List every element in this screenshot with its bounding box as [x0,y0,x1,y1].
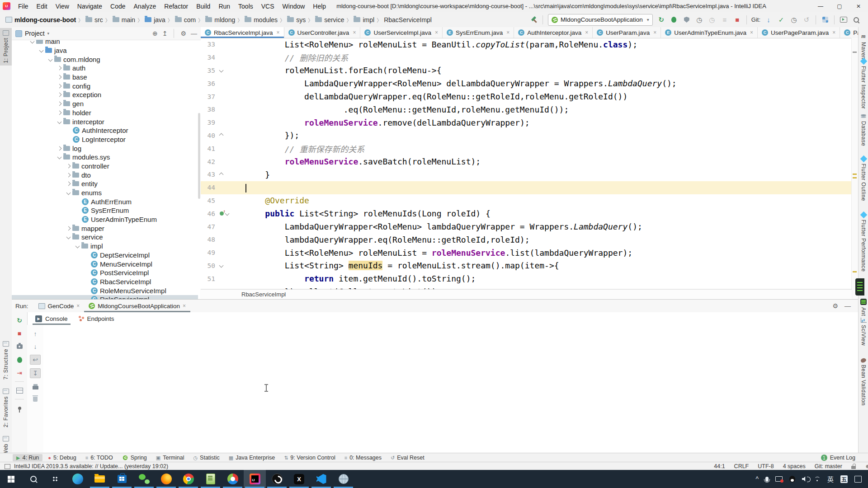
chevron-right-icon[interactable] [66,182,71,186]
breadcrumb-item[interactable]: mldong-course-boot [5,16,76,23]
toolwindow-button-sciview[interactable]: SciView [859,315,868,348]
scroll-up-icon[interactable]: ↑ [30,329,40,338]
notepad-icon[interactable] [199,470,222,488]
tree-item-service[interactable]: service [12,233,198,242]
chevron-right-icon[interactable] [66,226,71,230]
breadcrumb-item[interactable]: java [145,16,165,23]
tree-item-dto[interactable]: dto [12,170,198,179]
editor-tab-userserviceimpl-java[interactable]: CUserServiceImpl.java× [360,27,443,38]
toolwindow-button-flutter-inspector[interactable]: Flutter Inspector [859,56,868,111]
task-view-button[interactable] [44,470,66,488]
intellij-idea-icon[interactable] [244,470,266,488]
close-button[interactable]: ✕ [849,0,868,12]
lock-icon[interactable] [851,466,856,469]
locate-file-icon[interactable]: ⊕ [152,30,158,37]
breadcrumb-item[interactable]: com [175,16,196,23]
tree-item-mapper[interactable]: mapper [12,224,198,233]
toolwindow-button-7-structure[interactable]: 7: Structure [0,339,12,382]
navicat-icon[interactable] [222,470,244,488]
git-branch[interactable]: Git: master [815,463,842,469]
toolwindow-button-spring[interactable]: Spring [118,454,151,461]
toolwindow-button-bean-validation[interactable]: Bean Validation [859,356,868,408]
chevron-down-icon[interactable] [48,57,53,61]
scroll-to-end-icon[interactable]: ↧ [30,368,41,378]
chevron-down-icon[interactable] [66,191,71,195]
edge-icon[interactable] [66,470,89,488]
screen-record-icon[interactable] [775,476,783,482]
menu-build[interactable]: Build [192,0,214,12]
view-tab-endpoints[interactable]: Endpoints [74,312,119,325]
tray-expand-icon[interactable]: ^ [755,475,759,483]
editor-tab-rbacserviceimpl-java[interactable]: CRbacServiceImpl.java× [201,27,284,38]
restart-debug-icon[interactable] [14,355,24,364]
close-tab-icon[interactable]: × [277,29,280,36]
settings-icon[interactable]: ⚙ [180,30,186,37]
editor-tab-userparam-java[interactable]: CUserParam.java× [593,27,661,38]
project-structure-icon[interactable] [820,15,830,25]
vcs-history-icon[interactable]: ◷ [788,15,799,25]
indent-style[interactable]: 4 spaces [783,463,806,469]
tree-item-com.mldong[interactable]: com.mldong [12,55,198,64]
menu-tools[interactable]: Tools [234,0,257,12]
maximize-button[interactable]: ▢ [830,0,849,12]
close-tab-icon[interactable]: × [506,29,509,36]
microsoft-store-icon[interactable] [111,470,133,488]
toolwindow-button-flutter-performance[interactable]: Flutter Performance [859,210,868,274]
attach-profiler-icon[interactable]: ◷ [707,15,717,25]
toolwindow-button-4-run[interactable]: ▶4: Run [13,454,42,461]
project-panel-title[interactable]: Project ▾ [15,30,49,37]
scroll-down-icon[interactable]: ↓ [30,342,40,351]
chevron-right-icon[interactable] [66,173,71,177]
toolwindow-button-5-debug[interactable]: ●5: Debug [44,454,80,461]
chevron-down-icon[interactable] [39,48,44,53]
fold-marker-icon[interactable] [219,68,224,73]
start-button[interactable] [0,470,22,488]
breadcrumb-item[interactable]: service [315,16,344,23]
firefox-icon[interactable] [155,470,177,488]
breadcrumb-item[interactable]: src [85,16,103,23]
rerun-icon[interactable]: ↻ [656,15,667,25]
fold-marker-icon[interactable] [225,211,230,216]
vscode-icon[interactable] [310,470,332,488]
toolwindow-button-1-project[interactable]: 1: Project [0,28,12,66]
print-icon[interactable] [30,382,40,391]
search-everywhere-icon[interactable] [851,15,862,25]
run-anything-icon[interactable] [838,15,849,25]
close-tab-icon[interactable]: × [832,29,835,36]
override-method-icon[interactable] [220,211,224,216]
ime-language-indicator[interactable]: 英 [827,474,834,483]
close-tab-icon[interactable]: × [353,29,356,36]
breadcrumb-item[interactable]: modules [245,16,278,23]
tree-item-enums[interactable]: enums [12,188,198,197]
run-configuration-select[interactable]: MldongCourseBootApplication ▾ [548,14,653,26]
tree-item-rolemenuserviceimpl[interactable]: CRoleMenuServiceImpl [12,286,198,295]
qq-icon[interactable] [789,476,795,482]
toolwindow-button-6-todo[interactable]: ≡6: TODO [82,454,117,461]
obs-icon[interactable] [266,470,288,488]
toolwindow-button-database[interactable]: Database [859,111,868,148]
breadcrumb-item[interactable]: mldong [205,16,235,23]
chevron-right-icon[interactable] [57,110,62,115]
toolwindow-button-2-favorites[interactable]: 2: Favorites [0,386,12,430]
toolwindow-button-flutter-outline[interactable]: Flutter Outline [859,154,868,203]
wifi-icon[interactable] [814,477,821,482]
menu-analyze[interactable]: Analyze [130,0,160,12]
menu-navigate[interactable]: Navigate [73,0,106,12]
run-tab-gencode[interactable]: GenCode× [34,300,85,312]
menu-code[interactable]: Code [106,0,129,12]
soft-wrap-icon[interactable]: ↩ [30,355,41,365]
browser-globe-icon[interactable] [332,470,354,488]
exit-icon[interactable]: ⇥ [14,368,24,377]
chevron-right-icon[interactable] [57,93,62,97]
rerun-application-icon[interactable]: ↻ [14,316,24,325]
tree-item-autherrenum[interactable]: EAuthErrEnum [12,197,198,206]
hide-panel-icon[interactable]: — [844,302,851,310]
tree-item-log[interactable]: log [12,144,198,153]
editor-tab-authinterceptor-java[interactable]: CAuthInterceptor.java× [514,27,593,38]
chevron-down-icon[interactable] [66,235,71,239]
tree-item-controller[interactable]: controller [12,162,198,171]
chevron-right-icon[interactable] [57,102,62,106]
close-tab-icon[interactable]: × [750,29,753,36]
microphone-icon[interactable] [765,477,769,482]
menu-view[interactable]: View [52,0,73,12]
